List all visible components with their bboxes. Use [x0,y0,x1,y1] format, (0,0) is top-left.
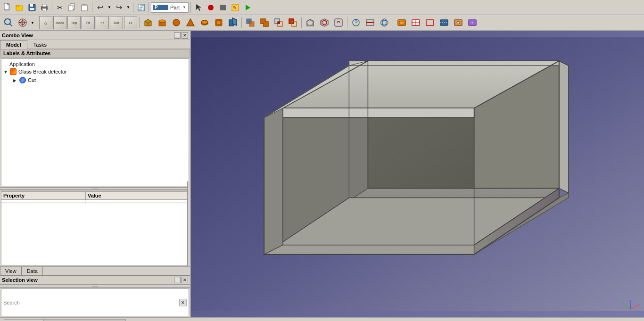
part-tool-7[interactable] [226,16,239,29]
tree-area[interactable]: Application ▼ Glass Break detector ▶ Cut [1,58,189,186]
play-button[interactable] [242,2,253,13]
tab-data[interactable]: Data [22,267,43,275]
redo-arrow[interactable]: ▼ [125,2,131,13]
combo-restore-button[interactable]: ⬜ [174,32,181,39]
svg-rect-5 [16,5,19,7]
svg-rect-45 [278,22,280,24]
sep10 [347,17,347,28]
application-label: Application [9,61,35,67]
value-col-header: Value [85,192,188,200]
fillet-tool[interactable] [332,16,345,29]
part-tool-5[interactable] [198,16,211,29]
cursor-mode-button[interactable] [193,2,204,13]
part-tool-6[interactable] [212,16,225,29]
view3d-tool[interactable] [378,16,391,29]
combo-close-button[interactable]: ✕ [182,32,188,39]
copy-button[interactable] [66,2,78,13]
script-button[interactable]: ✎ [230,2,241,13]
svg-point-55 [380,20,388,25]
svg-marker-82 [559,61,569,193]
boolean-tool-2[interactable] [258,16,271,29]
svg-rect-8 [30,8,34,10]
start-page-tab[interactable]: Start page ✕ [4,319,44,321]
sep8 [241,17,242,28]
svg-point-32 [159,20,165,23]
toolbar-row-1: ✂ ↩ ▼ ↪ ▼ 🔄 P Part [0,0,644,15]
tab-model[interactable]: Model [0,40,27,49]
vertical-divider[interactable] [187,181,190,266]
part-tool-4[interactable] [184,16,197,29]
part-label: Glass Break detector [18,69,67,74]
selection-close-button[interactable]: ✕ [182,277,188,283]
toolbar-container: ✂ ↩ ▼ ↪ ▼ 🔄 P Part [0,0,644,31]
cut-icon [19,76,26,84]
selection-view-buttons: ⬜ ✕ [174,277,188,283]
zoom-all-button[interactable] [2,16,15,29]
section-tool[interactable] [363,16,377,29]
stop-button[interactable] [217,2,229,13]
refresh-button[interactable]: 🔄 [135,2,147,13]
view-home[interactable]: ⌂ [39,16,52,29]
part-tool-1[interactable] [141,16,155,29]
search-clear-button[interactable]: ✕ [179,299,187,306]
open-button[interactable] [14,2,25,13]
svg-line-23 [9,24,12,26]
workbench-selector[interactable]: P Part [151,2,189,13]
cut-button[interactable]: ✂ [54,2,66,13]
part-tool-3[interactable] [170,16,183,29]
svg-text:X: X [638,303,640,306]
model-tasks-tabbar: Model Tasks [0,40,190,49]
boolean-tool-1[interactable] [244,16,257,29]
search-area: ✕ [1,288,189,316]
view-dropdown[interactable]: ▼ [30,17,35,28]
toolbar-row-2: ▼ ⌂ Back Top Rt Fr Bot Lt [0,15,644,31]
selection-divider[interactable] [0,285,190,288]
tab-view[interactable]: View [0,267,22,275]
viewport[interactable]: X Y Z [191,31,644,317]
cut-item[interactable]: ▶ Cut [13,76,187,84]
boolean-tool-4[interactable] [286,16,299,29]
view-front[interactable]: Fr [96,16,109,29]
display-tool-4[interactable] [438,16,451,29]
display-tool-1[interactable] [395,16,408,29]
svg-rect-46 [289,19,294,24]
svg-point-33 [173,19,180,26]
view-right[interactable]: Rt [82,16,95,29]
svg-rect-59 [399,21,404,24]
labels-attributes-header: Labels & Attributes [0,49,190,58]
new-button[interactable] [2,2,13,13]
search-input[interactable] [3,300,179,305]
view-top[interactable]: Top [67,16,81,29]
part-item[interactable]: ▼ Glass Break detector [3,67,187,76]
display-tool-5[interactable] [452,16,465,29]
part-tool-2[interactable] [156,16,169,29]
svg-marker-34 [187,19,194,26]
display-tool-3[interactable] [423,16,437,29]
view-bottom[interactable]: Bot [110,16,123,29]
view-left[interactable]: Lt [124,16,137,29]
glass-break-tab[interactable]: Glass Break detector : 1* ✕ [44,319,126,321]
boolean-tool-3[interactable] [272,16,285,29]
offset-tool[interactable] [318,16,331,29]
display-tool-6[interactable] [466,16,479,29]
sep6 [37,17,37,28]
shell-tool[interactable] [304,16,317,29]
redo-button[interactable]: ↪ [113,2,124,13]
view-toggle-button[interactable] [16,16,29,29]
view-back[interactable]: Back [53,16,66,29]
display-tool-2[interactable] [409,16,422,29]
svg-point-69 [471,22,473,24]
selection-restore-button[interactable]: ⬜ [174,277,181,283]
record-button[interactable] [205,2,216,13]
print-button[interactable] [39,2,50,13]
measure-tool[interactable] [349,16,363,29]
undo-button[interactable]: ↩ [94,2,106,13]
sep11 [393,17,393,28]
labels-section: Labels & Attributes Application ▼ Glass … [0,49,190,187]
selection-view-header: Selection view ⬜ ✕ [0,276,190,285]
save-button[interactable] [26,2,38,13]
tab-tasks[interactable]: Tasks [27,40,53,49]
svg-rect-18 [220,5,226,10]
undo-arrow[interactable]: ▼ [107,2,112,13]
paste-button[interactable] [79,2,90,13]
